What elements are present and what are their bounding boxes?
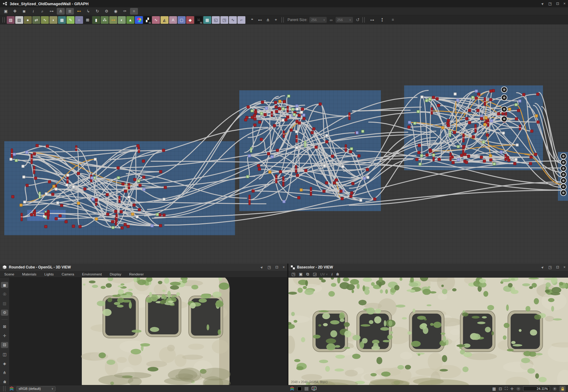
parent-size-height-dropdown[interactable]: 256∨ <box>335 17 353 23</box>
toolbar-grip-2[interactable] <box>281 17 284 23</box>
menu-camera[interactable]: Camera <box>62 272 74 276</box>
histogram-icon[interactable]: ılı <box>1 379 8 385</box>
float-window-icon[interactable]: ◳ <box>548 2 552 5</box>
light-icon[interactable]: ☉ <box>1 291 8 297</box>
sharpen-node[interactable]: ◗ <box>49 16 57 24</box>
maximize-icon[interactable]: ⊡ <box>556 2 559 5</box>
parent-size-width-dropdown[interactable]: 256∨ <box>309 17 327 23</box>
comment-icon[interactable]: ❝ <box>248 16 256 23</box>
align-vertical-icon[interactable]: ⊷ <box>379 16 386 23</box>
size-reset-icon[interactable]: ↺ <box>355 17 361 23</box>
menu-scene[interactable]: Scene <box>4 272 14 276</box>
dot-node[interactable]: ⊶ <box>109 16 117 24</box>
colorspace-dropdown[interactable]: sRGB (default)∨ <box>16 386 56 391</box>
pencil-node[interactable]: ✎ <box>67 16 74 24</box>
axes-icon[interactable]: ✛ <box>1 333 8 339</box>
tiling-grid-icon[interactable]: ▦ <box>492 387 496 391</box>
close-icon[interactable]: × <box>283 265 285 269</box>
spline-node[interactable]: ∿ <box>152 16 160 24</box>
menu-lights[interactable]: Lights <box>44 272 54 276</box>
copy-icon[interactable]: ⧉ <box>306 272 309 277</box>
cube-vertices-icon[interactable]: ◫ <box>1 351 8 357</box>
close-icon[interactable]: × <box>563 2 566 5</box>
toolbar-grip[interactable] <box>2 17 5 23</box>
menu-renderer[interactable]: Renderer <box>129 272 144 276</box>
menu-materials[interactable]: Materials <box>22 272 37 276</box>
focus-icon[interactable]: ◉ <box>112 8 120 15</box>
snap-grid-icon[interactable]: ⌗ <box>389 16 396 23</box>
dot-wire-icon[interactable]: ⊷ <box>75 8 83 15</box>
view3d-viewport[interactable]: ◼☉▨⚙⊠✛⚄◫◈⋔ılı <box>0 278 287 385</box>
reload-image-icon[interactable]: ◲ <box>313 272 317 277</box>
float-window-icon[interactable]: ◳ <box>548 265 552 269</box>
node-graph-area[interactable] <box>0 24 568 264</box>
frame-select-icon[interactable]: ▣ <box>2 8 10 15</box>
export-icon[interactable]: ◳ <box>291 272 295 277</box>
pin-node-icon[interactable]: ⌖ <box>272 16 280 23</box>
tile-generator-node[interactable]: ⊞ <box>84 16 92 24</box>
view2d-viewport[interactable]: 2048 x 2048 (RGBA, 8bpc) <box>288 278 568 385</box>
grid-snap-icon[interactable]: ⌗ <box>130 8 138 15</box>
gradient-node[interactable]: ▮ <box>92 16 100 24</box>
cracks-node[interactable]: ▩ <box>203 16 211 24</box>
pan-icon[interactable]: ✥ <box>11 8 19 15</box>
recompute-icon[interactable]: ↻ <box>93 8 101 15</box>
layers-icon[interactable]: ≣ <box>66 8 74 15</box>
pin-icon[interactable]: ➤ <box>541 2 545 6</box>
halftone-node[interactable]: ▞01 <box>143 16 151 24</box>
gradient-map-node[interactable] <box>135 16 143 24</box>
search-icon[interactable]: ⌕ <box>38 8 46 15</box>
zoom-in-button[interactable]: + <box>553 387 557 391</box>
shape-node[interactable]: ○ <box>75 16 83 24</box>
camera-icon[interactable]: ◼ <box>1 282 8 288</box>
colorspace-layers-icon[interactable] <box>9 387 14 391</box>
zoom-level-field[interactable]: 24.11% <box>523 386 550 391</box>
snapshot-icon[interactable]: ◙ <box>20 8 28 15</box>
size-link-icon[interactable]: ∞ <box>329 18 333 22</box>
background-swatch[interactable] <box>298 387 302 391</box>
node-graph-canvas[interactable] <box>0 24 568 264</box>
maximize-icon[interactable]: ⊡ <box>556 265 559 269</box>
view2d-texture[interactable] <box>288 278 568 385</box>
curve-node[interactable]: ∿ <box>41 16 49 24</box>
uv-dropdown[interactable]: UV∨ <box>320 272 328 276</box>
subgraph-icon[interactable]: ⋔ <box>264 16 272 23</box>
wireframe-cube-icon[interactable]: ⊠ <box>1 323 8 329</box>
zoom-out-button[interactable]: − <box>516 387 520 391</box>
bracket-dot-node[interactable]: ⌐ <box>237 16 245 24</box>
status-grip[interactable] <box>3 386 5 391</box>
paint-icon[interactable]: ✑ <box>121 8 129 15</box>
svg-node[interactable]: ▧ <box>15 16 23 24</box>
fit-view-icon[interactable]: ⛶ <box>505 386 508 391</box>
sphere-node[interactable]: ◐ <box>118 16 126 24</box>
pattern-swatch[interactable] <box>305 387 309 391</box>
quantize-node[interactable]: ⁙01 <box>195 16 203 24</box>
dice-icon[interactable]: ⚄ <box>1 342 8 348</box>
info-icon[interactable]: i <box>29 8 37 15</box>
colorspace-layers-icon-2d[interactable] <box>290 387 295 391</box>
view3d-render[interactable] <box>9 278 287 385</box>
actual-size-icon[interactable]: ⊡ <box>499 387 502 391</box>
menu-display[interactable]: Display <box>110 272 121 276</box>
curve-dot-node[interactable]: ∿ <box>229 16 237 24</box>
square-dot-node[interactable]: ◳ <box>220 16 228 24</box>
scatter-node[interactable]: ⁂ <box>101 16 109 24</box>
toolbar-grip-3[interactable] <box>362 17 365 23</box>
info-button[interactable]: i <box>331 272 333 277</box>
link-icon[interactable]: ⊶ <box>48 8 56 15</box>
slope-node[interactable]: ▲ <box>126 16 134 24</box>
histogram-button[interactable]: ılı <box>336 272 339 276</box>
layers-diamond-icon[interactable]: ◈ <box>1 360 8 366</box>
view3d-header[interactable]: Rounded Cube - OpenGL - 3D VIEW ➤◳⊡× <box>0 264 287 271</box>
gradient-dot-node[interactable]: ◱ <box>212 16 220 24</box>
graph-node-icon[interactable]: ⋔ <box>57 8 65 15</box>
mirror-node[interactable]: ◭ <box>161 16 168 24</box>
tools-icon[interactable]: ⚙ <box>103 8 110 15</box>
lock-zoom-button[interactable] <box>559 386 566 392</box>
shuffle-node[interactable]: ⇄ <box>32 16 40 24</box>
pan-view-icon[interactable]: ✛ <box>510 387 514 391</box>
display-settings-icon[interactable]: ⚙ <box>1 310 8 316</box>
pin-icon[interactable]: ➤ <box>541 265 545 269</box>
turbine-icon[interactable]: ⋔ <box>1 369 8 376</box>
view2d-header[interactable]: Basecolor - 2D VIEW ➤◳⊡× <box>288 264 568 271</box>
